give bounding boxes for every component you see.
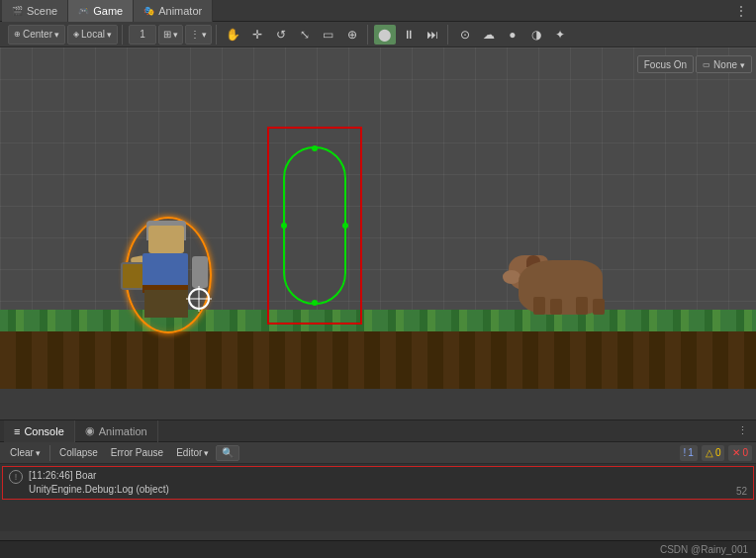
char-arm-right	[192, 256, 208, 288]
error-pause-label: Error Pause	[111, 447, 163, 458]
step-btn[interactable]: ⏭	[422, 25, 443, 45]
toolbar-tools-group: ✋ ✛ ↺ ⤡ ▭ ⊕	[219, 25, 368, 45]
move-tool-btn[interactable]: ✛	[246, 25, 268, 45]
boar-leg1	[533, 297, 545, 315]
error-badge[interactable]: ✕ 0	[728, 445, 752, 461]
char-legs	[144, 290, 188, 318]
character-sprite[interactable]	[129, 221, 208, 329]
error-count: 0	[742, 447, 748, 458]
transform-tool-btn[interactable]: ⊕	[341, 25, 363, 45]
status-bar: CSDN @Rainy_001	[0, 540, 756, 558]
info-count: 1	[688, 447, 694, 458]
grid-btn[interactable]: ⊞	[158, 25, 183, 45]
collider-box[interactable]	[267, 127, 362, 325]
collapse-button[interactable]: Collapse	[53, 444, 104, 462]
star-btn[interactable]: ✦	[549, 25, 571, 45]
boar-body	[519, 260, 603, 315]
log-entry-text: [11:26:46] Boar UnityEngine.Debug:Log (o…	[29, 469, 730, 497]
clear-chevron	[36, 447, 41, 458]
pause-btn[interactable]: ⏸	[398, 25, 420, 45]
none-chevron	[740, 59, 745, 70]
editor-button[interactable]: Editor	[170, 444, 215, 462]
log-entry-count: 52	[736, 486, 747, 497]
clear-button[interactable]: Clear	[4, 444, 47, 462]
local-dropdown[interactable]: ◈ Local	[67, 25, 118, 45]
circle-btn[interactable]: ●	[502, 25, 523, 45]
boar-leg3	[576, 297, 588, 315]
focus-on-label: Focus On	[644, 59, 687, 70]
tab-scene[interactable]: 🎬 Scene	[2, 0, 68, 22]
toolbar-pivot-group: ⊕ Center ◈ Local	[4, 25, 123, 45]
focus-on-btn[interactable]: Focus On	[637, 55, 694, 73]
focus-bar: Focus On ▭ None	[637, 55, 752, 73]
animator-icon: 🎭	[143, 6, 154, 16]
animation-tab[interactable]: ◉ Animation	[75, 420, 158, 442]
crosshair	[188, 288, 210, 310]
search-icon: 🔍	[222, 447, 234, 458]
scale-tool-btn[interactable]: ⤡	[294, 25, 316, 45]
none-dropdown-btn[interactable]: ▭ None	[696, 55, 752, 73]
collider-capsule	[283, 146, 346, 305]
tab-animator[interactable]: 🎭 Animator	[134, 0, 213, 22]
toolbar-play-group: ⬤ ⏸ ⏭	[370, 25, 448, 45]
warning-icon: △	[706, 447, 713, 458]
collapse-label: Collapse	[59, 447, 98, 458]
collider-dot-top	[312, 145, 318, 151]
toolbar-extra-group: ⊙ ☁ ● ◑ ✦	[450, 25, 575, 45]
snap-btn[interactable]: ⋮	[185, 25, 212, 45]
grid-chevron	[173, 29, 178, 40]
bottom-panel: ≡ Console ◉ Animation ⋮ Clear Collapse E…	[0, 419, 756, 558]
status-text: CSDN @Rainy_001	[660, 544, 748, 555]
play-btn[interactable]: ⬤	[374, 25, 396, 45]
tab-game-label: Game	[93, 5, 123, 17]
scene-viewport[interactable]: Focus On ▭ None	[0, 47, 756, 389]
boar-leg2	[550, 299, 562, 315]
rect-tool-btn[interactable]: ▭	[318, 25, 339, 45]
tab-menu-button[interactable]: ⋮	[726, 3, 756, 19]
error-pause-button[interactable]: Error Pause	[105, 444, 169, 462]
info-icon: !	[684, 447, 687, 458]
ground-body	[0, 331, 756, 389]
grid-icon: ⊞	[163, 29, 171, 40]
console-badges: ! 1 △ 0 ✕ 0	[680, 445, 752, 461]
pivot-icon: ⊕	[14, 30, 21, 39]
rotate-tool-btn[interactable]: ↺	[270, 25, 292, 45]
boar-leg4	[593, 299, 605, 315]
tab-game[interactable]: 🎮 Game	[68, 0, 134, 22]
char-shield	[121, 262, 144, 290]
local-icon: ◈	[73, 30, 79, 39]
collab-btn[interactable]: ⊙	[454, 25, 476, 45]
console-search[interactable]: 🔍	[216, 445, 239, 461]
char-body	[142, 253, 188, 289]
collider-dot-left	[281, 223, 287, 229]
info-badge[interactable]: ! 1	[680, 445, 698, 461]
animation-icon: ◉	[85, 424, 95, 437]
cloud-btn[interactable]: ☁	[478, 25, 500, 45]
log-source-name: Boar	[75, 470, 96, 481]
error-icon: ✕	[732, 447, 740, 458]
character-pixel-art	[129, 221, 208, 329]
panel-menu-button[interactable]: ⋮	[729, 424, 756, 437]
layer-num[interactable]: 1	[129, 25, 156, 45]
none-label: None	[713, 59, 737, 70]
log-timestamp: [11:26:46]	[29, 470, 72, 481]
log-entry-icon: !	[9, 470, 23, 484]
log-entry[interactable]: ! [11:26:46] Boar UnityEngine.Debug:Log …	[2, 466, 754, 500]
toolbar-separator-1	[49, 445, 50, 461]
half-circle-btn[interactable]: ◑	[525, 25, 547, 45]
console-log[interactable]: ! [11:26:46] Boar UnityEngine.Debug:Log …	[0, 464, 756, 531]
center-chevron	[54, 29, 59, 40]
warning-badge[interactable]: △ 0	[702, 445, 725, 461]
local-label: Local	[81, 29, 105, 40]
hand-tool-btn[interactable]: ✋	[223, 25, 244, 45]
tab-animator-label: Animator	[158, 5, 202, 17]
console-icon: ≡	[14, 425, 20, 437]
local-chevron	[107, 29, 112, 40]
collider-dot-right	[342, 223, 348, 229]
toolbar-num-group: 1 ⊞ ⋮	[125, 25, 217, 45]
scene-icon: 🎬	[12, 6, 23, 16]
center-dropdown[interactable]: ⊕ Center	[8, 25, 65, 45]
console-tab[interactable]: ≡ Console	[4, 420, 75, 442]
console-toolbar: Clear Collapse Error Pause Editor 🔍 ! 1 …	[0, 442, 756, 464]
panel-tab-bar: ≡ Console ◉ Animation ⋮	[0, 420, 756, 442]
